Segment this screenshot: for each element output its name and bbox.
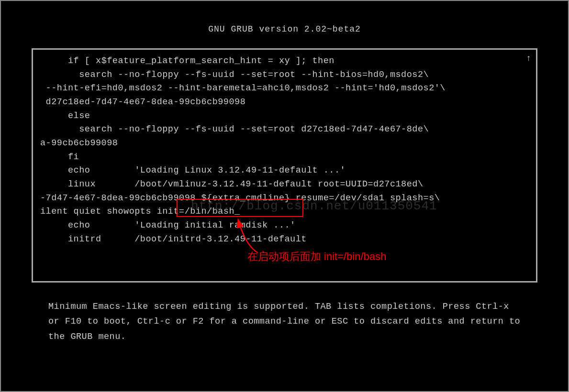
scroll-up-icon: ↑ bbox=[526, 54, 531, 63]
grub-editor[interactable]: ↑ if [ x$feature_platform_search_hint = … bbox=[32, 48, 537, 283]
annotation-text: 在启动项后面加 init=/bin/bash bbox=[247, 250, 386, 264]
grub-title: GNU GRUB version 2.02~beta2 bbox=[3, 24, 566, 34]
grub-code-content[interactable]: if [ x$feature_platform_search_hint = xy… bbox=[40, 54, 529, 246]
grub-help-text: Minimum Emacs-like screen editing is sup… bbox=[48, 299, 521, 344]
